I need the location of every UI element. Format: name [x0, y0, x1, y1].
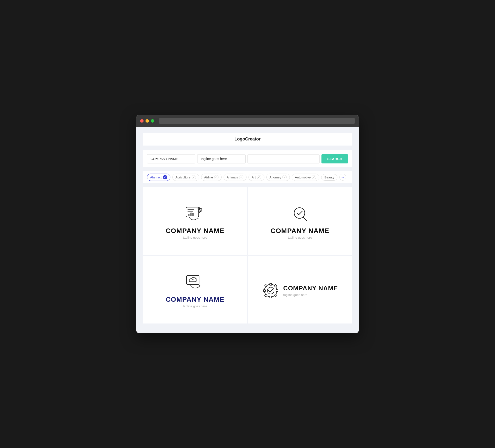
filter-tag-agriculture[interactable]: Agriculture ✓ — [172, 174, 199, 181]
filter-tag-beauty[interactable]: Beauty — [321, 174, 337, 181]
svg-rect-4 — [189, 214, 190, 216]
svg-point-18 — [294, 208, 305, 218]
filter-check-automotive: ✓ — [312, 175, 316, 179]
filter-label-attorney: Attorney — [270, 176, 281, 179]
logo-card-3[interactable]: COMPANY NAME tagline goes here — [143, 256, 247, 323]
logo-icon-1 — [184, 205, 206, 224]
svg-rect-30 — [274, 284, 277, 287]
filter-check-art: ✓ — [257, 175, 261, 179]
svg-rect-25 — [270, 283, 272, 285]
logo-icon-2 — [290, 205, 310, 224]
filter-label-art: Art — [252, 176, 256, 179]
app-content: LogoCreator SEARCH Abstract ✓ Agricultur… — [136, 127, 359, 333]
company-name-input[interactable] — [147, 154, 195, 163]
svg-rect-28 — [276, 290, 278, 292]
filter-label-automotive: Automotive — [295, 176, 311, 179]
svg-rect-26 — [270, 296, 272, 298]
logo-grid: COMPANY NAME tagline goes here COMPANY N… — [143, 187, 352, 323]
logo-card-1[interactable]: COMPANY NAME tagline goes here — [143, 187, 247, 255]
svg-rect-31 — [264, 294, 267, 297]
search-button[interactable]: SEARCH — [321, 154, 348, 163]
svg-point-23 — [199, 285, 200, 286]
filter-tag-animals[interactable]: Animals ✓ — [224, 174, 247, 181]
filter-tag-abstract[interactable]: Abstract ✓ — [147, 174, 170, 181]
svg-line-14 — [198, 208, 198, 209]
filter-check-airline: ✓ — [214, 175, 219, 179]
filter-check-agriculture: ✓ — [192, 175, 196, 179]
logo-card-2[interactable]: COMPANY NAME tagline goes here — [248, 187, 352, 255]
filter-tag-attorney[interactable]: Attorney ✓ — [266, 174, 290, 181]
logo-company-name-2: COMPANY NAME — [271, 227, 330, 235]
logo-company-name-1: COMPANY NAME — [166, 227, 224, 235]
filter-label-agriculture: Agriculture — [176, 176, 191, 179]
search-row: SEARCH — [143, 150, 352, 167]
svg-line-16 — [201, 208, 202, 209]
filter-tag-art[interactable]: Art ✓ — [248, 174, 264, 181]
svg-rect-5 — [191, 213, 192, 216]
svg-rect-32 — [274, 294, 277, 297]
tagline-input[interactable] — [197, 154, 246, 163]
svg-line-15 — [201, 211, 202, 212]
filter-label-animals: Animals — [227, 176, 238, 179]
traffic-light-yellow[interactable] — [146, 119, 149, 123]
svg-line-17 — [198, 211, 198, 212]
url-bar[interactable] — [159, 118, 355, 124]
svg-point-7 — [197, 218, 198, 219]
filter-row: Abstract ✓ Agriculture ✓ Airline ✓ Anima… — [143, 171, 352, 183]
logo-tagline-4: tagline goes here — [283, 293, 338, 297]
traffic-light-red[interactable] — [140, 119, 144, 123]
filter-tag-airline[interactable]: Airline ✓ — [201, 174, 222, 181]
logo-card-4[interactable]: COMPANY NAME tagline goes here — [248, 256, 352, 323]
filter-next-button[interactable]: → — [339, 174, 346, 181]
logo-icon-4 — [262, 282, 279, 299]
filter-label-abstract: Abstract — [150, 176, 162, 179]
logo-tagline-3: tagline goes here — [183, 304, 207, 308]
svg-rect-29 — [264, 284, 267, 287]
svg-point-9 — [199, 209, 200, 211]
browser-window: LogoCreator SEARCH Abstract ✓ Agricultur… — [136, 115, 359, 333]
logo-company-name-4: COMPANY NAME — [283, 285, 338, 292]
logo-icon-3 — [184, 273, 206, 293]
app-title: LogoCreator — [234, 137, 261, 141]
logo-tagline-1: tagline goes here — [183, 236, 207, 239]
svg-rect-27 — [263, 290, 265, 292]
filter-check-abstract: ✓ — [163, 175, 167, 179]
filter-check-animals: ✓ — [239, 175, 243, 179]
logo-tagline-2: tagline goes here — [288, 236, 312, 239]
filter-label-beauty: Beauty — [324, 176, 334, 179]
svg-rect-6 — [192, 213, 193, 216]
logo-company-name-3: COMPANY NAME — [166, 296, 224, 303]
filter-tag-automotive[interactable]: Automotive ✓ — [292, 174, 319, 181]
app-header: LogoCreator — [143, 133, 352, 146]
filter-check-attorney: ✓ — [282, 175, 287, 179]
svg-line-19 — [303, 217, 307, 221]
filter-label-airline: Airline — [204, 176, 213, 179]
traffic-light-green[interactable] — [151, 119, 154, 123]
extra-search-input[interactable] — [248, 154, 319, 163]
browser-titlebar — [136, 115, 359, 127]
